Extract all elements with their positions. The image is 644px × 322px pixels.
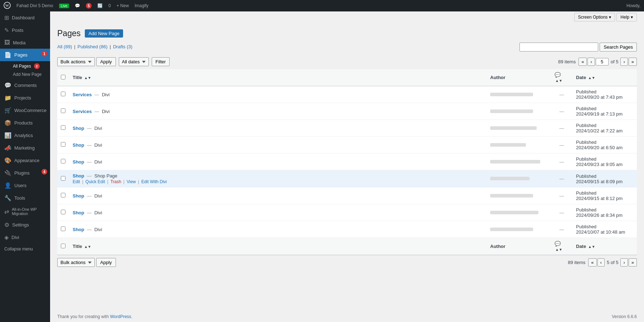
page-title-link[interactable]: Shop [73, 126, 84, 131]
plugins-badge: 4 [42, 169, 47, 175]
help-button[interactable]: Help ▾ [616, 13, 637, 21]
title-footer-column-header[interactable]: Title ▲▼ [69, 238, 487, 255]
row-action-quick-edit[interactable]: Quick Edit [86, 179, 105, 184]
page-number-input-top[interactable] [596, 58, 609, 65]
comments-footer-sort-icon: ▲▼ [555, 248, 562, 252]
add-new-page-button[interactable]: Add New Page [85, 29, 123, 38]
filter-published[interactable]: Published (86) [78, 44, 108, 49]
sidebar-item-allinone[interactable]: ⇄ All-in-One WP Migration [0, 204, 50, 219]
sidebar-item-posts[interactable]: ✎ Posts [0, 24, 50, 36]
page-title-link[interactable]: Shop [73, 173, 84, 179]
of-pages-bottom: 5 of 5 [607, 260, 619, 265]
sidebar-item-comments[interactable]: 💬 Comments [0, 79, 50, 92]
plugins-icon: 🔌 [4, 170, 11, 176]
row-checkbox[interactable] [61, 210, 65, 214]
sidebar-item-analytics[interactable]: 📊 Analytics [0, 129, 50, 142]
sidebar-item-marketing[interactable]: 📣 Marketing [0, 142, 50, 154]
sidebar-item-settings[interactable]: ⚙ Settings [0, 219, 50, 231]
row-checkbox[interactable] [61, 142, 65, 147]
filter-drafts[interactable]: Drafts (3) [113, 44, 132, 49]
last-page-button-top[interactable]: » [629, 58, 637, 66]
prev-page-button-top[interactable]: ‹ [587, 58, 595, 66]
imagify-link[interactable]: Imagify [135, 3, 148, 8]
sidebar-item-appearance[interactable]: 🎨 Appearance [0, 154, 50, 167]
row-checkbox[interactable] [61, 226, 65, 231]
new-menu[interactable]: + New [117, 3, 129, 8]
sidebar-item-dashboard[interactable]: ⊞ Dashboard [0, 11, 50, 24]
date-sort-icon: ▲▼ [588, 76, 595, 80]
sidebar-subitem-add-new[interactable]: Add New Page [9, 70, 50, 78]
author-column-header: Author [487, 69, 551, 86]
row-checkbox[interactable] [61, 125, 65, 130]
sidebar-subitem-all-pages[interactable]: All Pages 2 [9, 62, 50, 70]
page-title-link[interactable]: Services [73, 109, 92, 114]
collapse-menu-button[interactable]: Collapse menu [0, 244, 50, 254]
page-title-link[interactable]: Shop [73, 227, 84, 232]
sidebar-item-products[interactable]: 📦 Products [0, 117, 50, 129]
search-input[interactable] [519, 43, 598, 52]
next-page-button-bottom[interactable]: › [620, 258, 628, 267]
sidebar-item-users[interactable]: 👤 Users [0, 179, 50, 192]
row-checkbox[interactable] [61, 193, 65, 197]
filter-all[interactable]: All (89) [57, 44, 72, 49]
allinone-icon: ⇄ [4, 208, 9, 215]
sidebar-item-divi[interactable]: ◈ Divi [0, 231, 50, 244]
author-placeholder [490, 126, 537, 130]
filter-button[interactable]: Filter [152, 57, 170, 66]
first-page-button-bottom[interactable]: « [588, 258, 596, 267]
sidebar-item-media[interactable]: 🖼 Media [0, 36, 50, 49]
table-footer-header-row: Title ▲▼ Author 💬 ▲▼ Date ▲▼ [57, 238, 637, 255]
comments-sort-icon: ▲▼ [555, 79, 562, 83]
page-title-link[interactable]: Shop [73, 210, 84, 215]
row-checkbox[interactable] [61, 159, 65, 164]
row-checkbox[interactable] [61, 176, 65, 181]
comments-dash: — [560, 109, 564, 114]
updates-count: 0 [108, 3, 111, 8]
next-page-button-top[interactable]: › [620, 58, 628, 66]
date-filter-select[interactable]: All dates [119, 57, 149, 66]
select-all-footer-checkbox[interactable] [61, 244, 65, 248]
page-title-link[interactable]: Shop [73, 159, 84, 165]
page-title-link[interactable]: Shop [73, 142, 84, 148]
help-chevron: ▾ [631, 15, 633, 20]
row-checkbox[interactable] [61, 108, 65, 113]
date-footer-column-header[interactable]: Date ▲▼ [572, 238, 637, 255]
sidebar-item-tools[interactable]: 🔧 Tools [0, 192, 50, 204]
all-pages-label: All Pages [13, 64, 31, 69]
sidebar-item-pages[interactable]: 📄 Pages 1 [0, 49, 50, 61]
sidebar-item-projects[interactable]: 📁 Projects [0, 92, 50, 104]
bulk-actions-select-top[interactable]: Bulk actions [57, 57, 95, 66]
page-title-link[interactable]: Services [73, 92, 92, 97]
apply-button-top[interactable]: Apply [96, 57, 116, 66]
site-name[interactable]: Fahad Divi 5 Demo [16, 3, 53, 8]
title-separator: — [86, 173, 93, 179]
pagination-top: « ‹ of 5 › » [579, 58, 637, 66]
search-pages-button[interactable]: Search Pages [600, 43, 637, 52]
row-action-edit-divi[interactable]: Edit With Divi [141, 179, 167, 184]
sidebar-item-label: Divi [11, 235, 19, 240]
first-page-button-top[interactable]: « [579, 58, 587, 66]
sidebar-item-plugins[interactable]: 🔌 Plugins 4 [0, 167, 50, 179]
row-action-view[interactable]: View [127, 179, 136, 184]
sidebar-item-woocommerce[interactable]: 🛒 WooCommerce [0, 104, 50, 117]
last-page-button-bottom[interactable]: » [629, 258, 637, 267]
apply-button-bottom[interactable]: Apply [96, 258, 116, 267]
row-checkbox[interactable] [61, 92, 65, 96]
bulk-actions-select-bottom[interactable]: Bulk actions [57, 258, 95, 267]
top-actions-bar: Screen Options ▾ Help ▾ [50, 11, 644, 23]
date-column-header[interactable]: Date ▲▼ [572, 69, 637, 86]
row-action-edit[interactable]: Edit [73, 179, 80, 184]
sidebar-item-label: Plugins [14, 170, 30, 176]
comments-icon[interactable]: 💬 [75, 3, 80, 8]
screen-options-button[interactable]: Screen Options ▾ [574, 13, 615, 21]
table-row: Shop — Divi—Published2024/09/20 at 6:50 … [57, 137, 637, 153]
title-column-header[interactable]: Title ▲▼ [69, 69, 487, 86]
select-all-checkbox[interactable] [61, 75, 65, 79]
prev-page-button-bottom[interactable]: ‹ [597, 258, 605, 267]
footer-wp-link[interactable]: WordPress [110, 314, 131, 319]
date-text: 2024/09/19 at 7:13 pm [576, 111, 633, 117]
row-action-trash[interactable]: Trash [111, 179, 121, 184]
updates-icon[interactable]: 🔄 [97, 3, 103, 8]
page-subtitle: Shop Page [94, 173, 117, 179]
page-title-link[interactable]: Shop [73, 193, 84, 199]
